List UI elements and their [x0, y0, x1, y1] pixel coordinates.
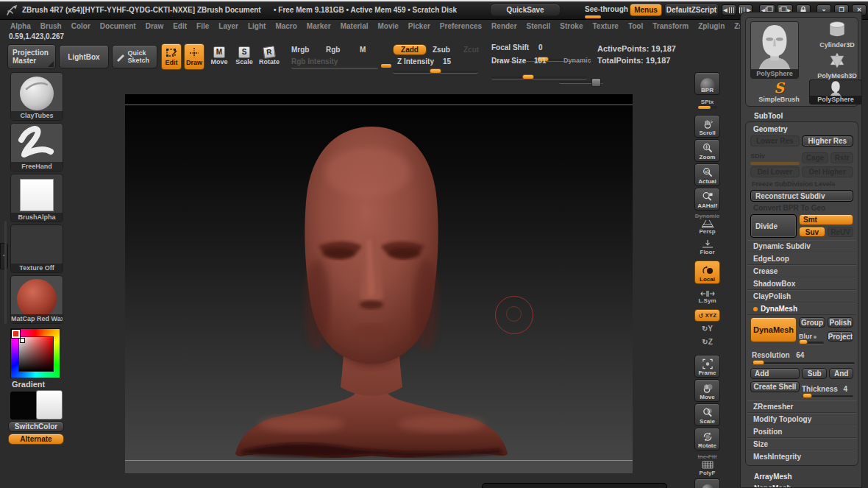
bpr-render-button[interactable]: BPR	[694, 72, 720, 95]
del-lower-button[interactable]: Del Lower	[750, 166, 800, 177]
section-edgeloop[interactable]: EdgeLoop	[747, 252, 856, 265]
dynamesh-and-button[interactable]: And	[829, 368, 853, 379]
scroll-button[interactable]: Scroll	[694, 115, 720, 138]
spix-nub[interactable]	[698, 106, 711, 109]
menu-edit[interactable]: Edit	[173, 22, 187, 30]
menu-color[interactable]: Color	[71, 22, 90, 30]
menu-document[interactable]: Document	[100, 22, 136, 30]
section-zremesher[interactable]: ZRemesher	[747, 400, 856, 413]
persp-button[interactable]: Dynamic Persp	[694, 213, 720, 235]
menu-picker[interactable]: Picker	[408, 22, 430, 30]
section-size[interactable]: Size	[747, 438, 856, 450]
lower-res-button[interactable]: Lower Res	[750, 135, 800, 146]
move-gyro-button[interactable]: M Move	[207, 44, 231, 66]
smt-toggle[interactable]: Smt	[799, 214, 853, 225]
menu-zplugin[interactable]: Zplugin	[698, 22, 725, 30]
draw-size-label[interactable]: Draw Size	[491, 57, 526, 65]
resolution-slider[interactable]: Resolution 64	[747, 345, 856, 366]
bottom-tray-handle[interactable]	[482, 483, 667, 488]
xyz-rotation-button[interactable]: ↺ XYZ	[694, 309, 720, 322]
section-position[interactable]: Position	[747, 425, 856, 438]
geometry-section-header[interactable]: Geometry	[747, 123, 856, 135]
menu-draw[interactable]: Draw	[146, 22, 163, 30]
draw-size-slider[interactable]	[491, 77, 587, 79]
shelf-rotate-button[interactable]: Rotate	[694, 428, 720, 450]
tray-divider-handle[interactable]	[591, 78, 601, 87]
dynamesh-blur-slider[interactable]: Blur	[799, 328, 825, 344]
shelf-scale-button[interactable]: Scale	[694, 403, 720, 426]
section-dynamesh[interactable]: DynaMesh	[747, 303, 856, 315]
sdiv-slider[interactable]: SDiv	[750, 148, 800, 165]
section-dynamic-subdiv[interactable]: Dynamic Subdiv	[747, 240, 856, 252]
dynamesh-polish-button[interactable]: Polish	[828, 317, 853, 328]
menu-movie[interactable]: Movie	[377, 22, 398, 30]
projection-master-button[interactable]: Projection Master	[7, 44, 56, 69]
section-arraymesh[interactable]: ArrayMesh	[745, 470, 858, 482]
freeze-subdivision-button[interactable]: Freeze SubDivision Levels	[750, 179, 837, 188]
section-modify-topology[interactable]: Modify Topology	[747, 413, 856, 425]
menu-marker[interactable]: Marker	[307, 22, 331, 30]
current-stroke-thumbnail[interactable]: FreeHand	[10, 123, 63, 171]
section-crease[interactable]: Crease	[747, 265, 856, 277]
convert-bpr-button[interactable]: Convert BPR To Geo	[750, 203, 828, 213]
tool-polysphere-selected[interactable]: PolySphere	[809, 79, 862, 105]
create-shell-button[interactable]: Create Shell	[750, 381, 800, 392]
rgb-intensity-slider[interactable]	[291, 66, 378, 69]
menu-alpha[interactable]: Alpha	[10, 22, 31, 30]
menu-texture[interactable]: Texture	[592, 22, 618, 30]
tray-divider-slider[interactable]	[559, 81, 603, 84]
current-brush-thumbnail[interactable]: ClayTubes	[10, 72, 63, 121]
focal-shift-label[interactable]: Focal Shift	[491, 43, 529, 52]
current-material-thumbnail[interactable]: MatCap Red Wax	[10, 275, 63, 324]
mrgb-button[interactable]: Mrgb	[291, 46, 309, 54]
aa-half-button[interactable]: AAHalf	[694, 188, 720, 211]
z-rotation-button[interactable]: ↻Z	[694, 339, 720, 345]
menu-render[interactable]: Render	[491, 22, 516, 30]
section-meshintegrity[interactable]: MeshIntegrity	[747, 450, 856, 462]
rotate-gyro-button[interactable]: R Rotate	[256, 44, 282, 66]
switch-color-button[interactable]: SwitchColor	[8, 421, 64, 432]
m-button[interactable]: M	[360, 46, 366, 54]
lightbox-button[interactable]: LightBox	[59, 45, 109, 68]
menu-brush[interactable]: Brush	[40, 22, 62, 30]
subtool-section-header[interactable]: SubTool	[745, 110, 858, 121]
dynamesh-group-button[interactable]: Group	[799, 317, 825, 328]
menu-file[interactable]: File	[196, 22, 209, 30]
main-color-swatch[interactable]	[10, 392, 37, 420]
dynamesh-add-button[interactable]: Add	[750, 368, 800, 379]
dynamesh-project-button[interactable]: Project	[828, 331, 853, 342]
rgb-intensity-slider-label[interactable]: Rgb Intensity	[291, 57, 338, 66]
scale-gyro-button[interactable]: S Scale	[232, 44, 256, 66]
section-nanomesh[interactable]: NanoMesh	[745, 482, 858, 488]
zsub-button[interactable]: Zsub	[433, 46, 450, 54]
document-canvas[interactable]	[125, 94, 633, 473]
polyframe-button[interactable]: lne-Fill PolyF	[694, 453, 720, 476]
active-tool-thumbnail[interactable]: PolySphere	[750, 21, 799, 79]
tool-simplebrush[interactable]: S SimpleBrush	[752, 81, 806, 103]
shelf-move-button[interactable]: Move	[694, 379, 720, 402]
dynamesh-sub-button[interactable]: Sub	[802, 368, 827, 379]
frame-button[interactable]: Frame	[694, 355, 720, 378]
left-scroll-indicator[interactable]	[4, 221, 7, 324]
menu-stencil[interactable]: Stencil	[527, 22, 551, 30]
rgb-button[interactable]: Rgb	[326, 46, 340, 54]
local-symmetry-button[interactable]: Local	[694, 261, 720, 284]
quicksave-button[interactable]: QuickSave	[490, 4, 561, 16]
undo-history-back-button[interactable]: ◀	[722, 4, 736, 15]
menu-stroke[interactable]: Stroke	[560, 22, 583, 30]
dynamic-brush-size-toggle[interactable]: Dynamic	[563, 57, 591, 64]
gradient-label[interactable]: Gradient	[12, 380, 45, 389]
y-rotation-button[interactable]: ↻Y	[694, 325, 720, 332]
default-zscript-button[interactable]: DefaultZScript	[664, 4, 719, 16]
menu-layer[interactable]: Layer	[218, 22, 238, 30]
menus-button[interactable]: Menus	[630, 4, 662, 16]
suv-toggle[interactable]: Suv	[799, 227, 825, 237]
menu-preferences[interactable]: Preferences	[440, 22, 482, 30]
section-claypolish[interactable]: ClayPolish	[747, 290, 856, 303]
rstr-button[interactable]: Rstr	[830, 152, 853, 163]
floor-button[interactable]: Floor	[694, 240, 720, 255]
spix-slider[interactable]: SPix	[694, 99, 720, 109]
menu-transform[interactable]: Transform	[652, 22, 689, 30]
lsym-button[interactable]: L.Sym	[694, 290, 720, 304]
reuv-button[interactable]: ReUV	[828, 227, 853, 237]
